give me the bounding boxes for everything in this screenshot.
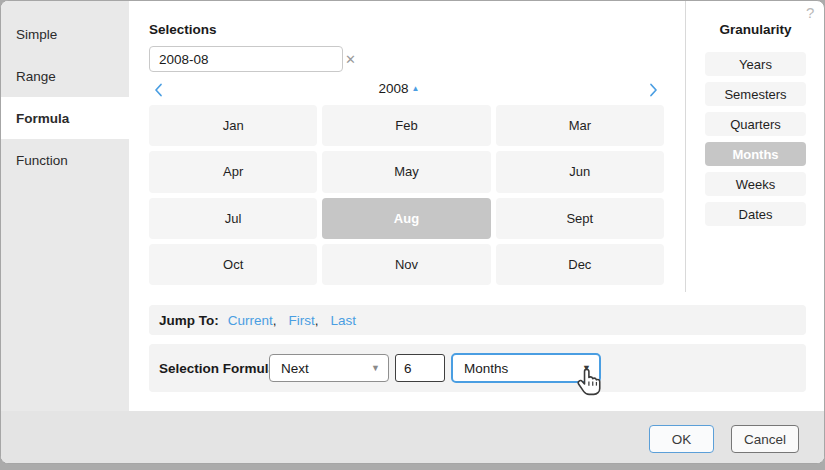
clear-icon[interactable]: ✕ [336,52,365,67]
granularity-list: Years Semesters Quarters Months Weeks Da… [705,52,806,226]
next-year-chevron-icon[interactable] [645,82,661,98]
month-cell-aug-selected[interactable]: Aug [322,198,490,239]
comma-separator: , [273,313,277,328]
formula-unit-value: Months [464,361,508,376]
jump-to-label: Jump To: [159,313,219,328]
help-icon[interactable]: ? [806,4,814,21]
month-cell-jan[interactable]: Jan [149,105,317,146]
month-cell-oct[interactable]: Oct [149,244,317,285]
dialog-footer: OK Cancel [1,411,824,463]
month-grid: Jan Feb Mar Apr May Jun Jul Aug Sept Oct… [149,105,664,285]
granularity-semesters-button[interactable]: Semesters [705,82,806,106]
date-filter-dialog: Simple Range Formula Function Selections… [0,0,825,464]
selection-formula-strip: Selection Formula Next ▼ Months ▼ [149,344,806,392]
granularity-dates-button[interactable]: Dates [705,202,806,226]
month-cell-jun[interactable]: Jun [496,151,664,192]
formula-operator-value: Next [281,361,309,376]
granularity-years-button[interactable]: Years [705,52,806,76]
jump-to-last-link[interactable]: Last [331,313,357,328]
tab-range[interactable]: Range [1,55,129,97]
formula-count-input[interactable] [395,354,445,382]
month-cell-nov[interactable]: Nov [322,244,490,285]
cancel-button[interactable]: Cancel [731,425,799,453]
prev-year-chevron-icon[interactable] [151,82,167,98]
month-cell-mar[interactable]: Mar [496,105,664,146]
selections-input[interactable] [150,52,336,67]
tab-function[interactable]: Function [1,139,129,181]
month-cell-sept[interactable]: Sept [496,198,664,239]
jump-to-strip: Jump To: Current, First, Last [149,305,806,335]
selection-formula-label: Selection Formula [159,361,276,376]
caret-down-icon: ▼ [371,363,380,373]
jump-to-current-link[interactable]: Current [228,313,273,328]
comma-separator: , [315,313,319,328]
granularity-divider [685,1,686,292]
year-selector[interactable]: 2008▲ [349,81,449,96]
ok-button[interactable]: OK [649,425,714,453]
granularity-quarters-button[interactable]: Quarters [705,112,806,136]
year-label: 2008 [379,81,409,96]
granularity-label: Granularity [695,22,816,37]
tab-simple[interactable]: Simple [1,13,129,55]
granularity-weeks-button[interactable]: Weeks [705,172,806,196]
jump-to-first-link[interactable]: First [289,313,315,328]
formula-operator-dropdown[interactable]: Next ▼ [269,354,389,382]
month-cell-jul[interactable]: Jul [149,198,317,239]
month-cell-may[interactable]: May [322,151,490,192]
tab-rail: Simple Range Formula Function [1,1,129,413]
granularity-months-button-selected[interactable]: Months [705,142,806,166]
hand-cursor-icon [577,367,605,403]
month-cell-apr[interactable]: Apr [149,151,317,192]
tab-formula[interactable]: Formula [1,97,129,139]
month-cell-dec[interactable]: Dec [496,244,664,285]
selections-input-wrap: ✕ [149,46,343,72]
caret-up-icon[interactable]: ▲ [412,84,420,93]
month-cell-feb[interactable]: Feb [322,105,490,146]
selections-label: Selections [149,22,217,37]
